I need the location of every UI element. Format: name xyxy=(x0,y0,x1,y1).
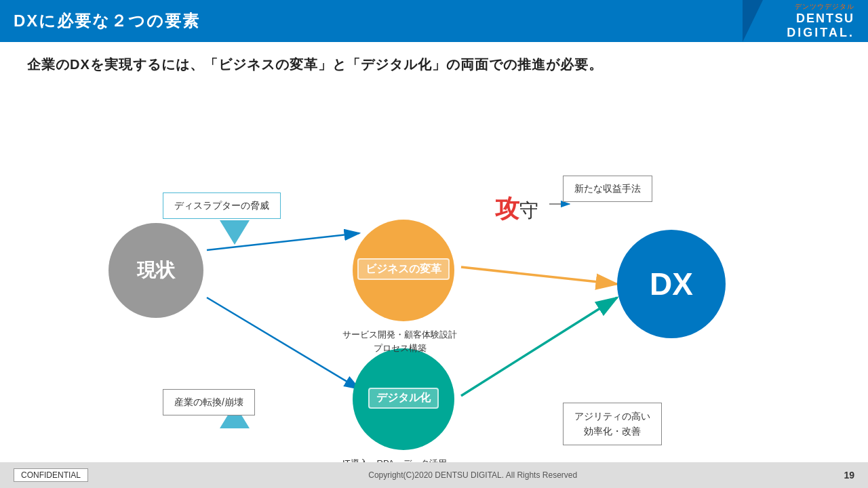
mori-top-label: 守 xyxy=(519,198,538,224)
copyright-text: Copyright(C)2020 DENTSU DIGITAL. All Rig… xyxy=(102,470,844,480)
confidential-badge: CONFIDENTIAL xyxy=(14,468,88,482)
main-content: 企業のDXを実現するには、「ビジネスの変革」と「デジタル化」の両面での推進が必要… xyxy=(0,42,868,483)
triangle-down xyxy=(220,220,250,245)
header: DXに必要な２つの要素 デンツウデジタル DENTSU DIGITAL. xyxy=(0,0,868,42)
subtitle: 企業のDXを実現するには、「ビジネスの変革」と「デジタル化」の両面での推進が必要… xyxy=(27,56,841,74)
circle-genjo: 現状 xyxy=(108,223,203,318)
footer: CONFIDENTIAL Copyright(C)2020 DENTSU DIG… xyxy=(0,462,868,488)
box-efficiency: アジリティの高い効率化・改善 xyxy=(563,403,662,445)
page-title: DXに必要な２つの要素 xyxy=(14,10,200,32)
logo-main: DENTSU xyxy=(796,12,854,26)
logo-sub: DIGITAL. xyxy=(787,26,854,40)
page-number: 19 xyxy=(844,470,854,481)
svg-line-5 xyxy=(461,267,617,284)
circle-business: ビジネスの変革 xyxy=(353,220,454,321)
kou-mori-top: 攻 守 xyxy=(495,192,538,226)
circle-digital: デジタル化 xyxy=(353,348,454,450)
box-sangyo: 産業の転換/崩壊 xyxy=(163,389,255,415)
kou-top-label: 攻 xyxy=(495,192,519,226)
digital-label: デジタル化 xyxy=(368,388,439,409)
business-label: ビジネスの変革 xyxy=(357,258,450,280)
svg-line-6 xyxy=(461,298,617,396)
circle-dx: DX xyxy=(617,230,726,338)
box-shunyu: 新たな収益手法 xyxy=(563,176,652,202)
logo-area: デンツウデジタル DENTSU DIGITAL. xyxy=(787,2,854,40)
desc-business: サービス開発・顧客体験設計プロセス構築 xyxy=(342,328,457,354)
logo-top-text: デンツウデジタル xyxy=(795,2,854,12)
svg-line-4 xyxy=(207,298,359,389)
box-disruptor: ディスラプターの脅威 xyxy=(163,192,281,219)
diagram: ディスラプターの脅威 産業の転換/崩壊 新たな収益手法 アジリティの高い効率化・… xyxy=(27,87,841,467)
header-accent xyxy=(743,0,763,42)
